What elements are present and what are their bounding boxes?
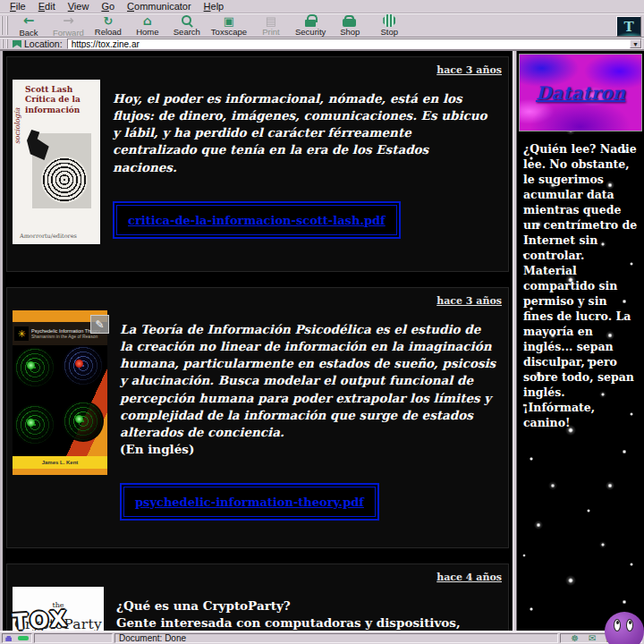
sidebar-frame: Datatron ¿Quién lee? Nadie lee. No obsta… — [517, 51, 644, 631]
post-paragraph: La Teoría de Información Psicodélica es … — [120, 321, 496, 441]
book-cover-psychedelic[interactable]: ✳ Psychedelic Information Theory Shamani… — [13, 310, 107, 475]
search-icon — [178, 14, 196, 27]
search-label: Search — [174, 27, 200, 37]
status-connection-icon — [18, 636, 29, 640]
url-dropdown-button[interactable]: ▼ — [630, 39, 641, 48]
timestamp-link[interactable]: hace 3 años — [436, 295, 502, 307]
page-content: hace 3 años Scott Lash Crítica de la inf… — [0, 50, 644, 631]
browser-brand-logo[interactable]: T — [616, 16, 641, 37]
location-grip[interactable] — [2, 39, 8, 48]
pdf-link-psychedelic[interactable]: psychedelic-information-theory.pdf — [135, 496, 364, 509]
location-bar: Location: ▼ — [0, 38, 644, 50]
print-button: Print — [251, 14, 291, 37]
hand-icon — [27, 130, 50, 160]
shop-bag-icon — [341, 14, 359, 27]
forward-button: Forward — [48, 14, 89, 37]
back-label: Back — [19, 28, 38, 38]
browser-chrome: File Edit View Go Communicator Help Back… — [0, 0, 644, 50]
url-input[interactable] — [68, 39, 630, 48]
toolbar-grip[interactable] — [1, 16, 8, 35]
timestamp-link[interactable]: hace 3 años — [436, 64, 502, 76]
menu-view[interactable]: View — [62, 1, 96, 12]
cover-author: Scott Lash — [25, 85, 96, 95]
toxscape-icon — [220, 14, 238, 27]
security-button[interactable]: Security — [291, 14, 330, 37]
cover-subtitle: Shamanism in the Age of Reason — [31, 334, 100, 339]
home-label: Home — [136, 27, 158, 37]
menu-edit[interactable]: Edit — [32, 1, 62, 12]
back-icon — [20, 14, 38, 28]
sphere-icon — [63, 345, 104, 386]
mailbox-icon[interactable]: ✉ — [589, 634, 596, 643]
status-message: Document: Done — [114, 633, 558, 643]
shop-label: Shop — [340, 27, 360, 37]
reload-label: Reload — [95, 27, 122, 37]
datatron-banner: Datatron — [519, 54, 642, 131]
post-psychedelic-information-theory: hace 3 años ✳ Psychedelic Information Th… — [6, 287, 509, 548]
creature-eye — [626, 619, 633, 631]
print-icon — [262, 14, 280, 27]
edit-icon[interactable]: ✎ — [90, 315, 109, 334]
cover-publisher: Amorrortu/editores — [20, 233, 77, 240]
status-bar: Document: Done ☸ ✉ ▦ ✎ — [0, 631, 644, 644]
shop-button[interactable]: Shop — [330, 14, 369, 37]
sphere-icon — [14, 404, 55, 445]
home-button[interactable]: Home — [128, 14, 167, 37]
creature-eye — [614, 619, 621, 631]
security-lock-icon — [301, 14, 319, 27]
pdf-link-box: psychedelic-information-theory.pdf — [120, 483, 379, 521]
sphere-icon — [14, 347, 55, 388]
cover-side-text: sociología — [13, 107, 21, 144]
security-label: Security — [295, 27, 326, 37]
menu-communicator[interactable]: Communicator — [121, 1, 198, 12]
post-cryptoparty-handbook: hace 4 años the CryptoParty handbook ¿Qu… — [6, 564, 509, 631]
post-language-note: (En inglés) — [120, 441, 496, 458]
toxscape-label: Toxscape — [211, 27, 247, 37]
bookmark-icon[interactable] — [13, 40, 21, 48]
back-button[interactable]: Back — [9, 14, 48, 37]
brand-letter: T — [623, 19, 633, 35]
post-critica-de-la-informacion: hace 3 años Scott Lash Crítica de la inf… — [6, 56, 509, 272]
reload-icon — [99, 14, 117, 27]
post-paragraph: Gente interesada con computadoras y disp… — [116, 614, 496, 631]
post-question: ¿Qué es una CryptoParty? — [116, 597, 496, 614]
navigation-toolbar: Back Forward Reload Home Search Toxscape… — [0, 13, 644, 38]
progress-bar — [34, 633, 113, 643]
timestamp-link[interactable]: hace 4 años — [436, 572, 502, 583]
menu-go[interactable]: Go — [95, 1, 121, 12]
spiral-icon — [41, 157, 88, 203]
tox-site-logo: TOX — [12, 606, 70, 635]
cover-title-line: información — [25, 106, 96, 115]
search-button[interactable]: Search — [167, 14, 207, 37]
wireframe-spheres-art — [13, 345, 107, 456]
post-paragraph: Hoy, el poder es informacional, nómade, … — [113, 90, 496, 176]
spiral-illustration — [32, 133, 91, 208]
navigator-icon[interactable]: ☸ — [571, 634, 579, 643]
reload-button[interactable]: Reload — [89, 14, 128, 37]
book-cover-critica[interactable]: Scott Lash Crítica de la información soc… — [13, 80, 100, 244]
status-lock-icon[interactable] — [5, 635, 12, 641]
menu-bar: File Edit View Go Communicator Help — [0, 0, 644, 13]
forward-label: Forward — [53, 28, 84, 38]
menu-file[interactable]: File — [4, 1, 32, 12]
cover-author: James L. Kent — [13, 456, 107, 469]
print-label: Print — [262, 27, 280, 37]
datatron-link[interactable]: Datatron — [536, 82, 625, 104]
toxscape-button[interactable]: Toxscape — [207, 14, 251, 37]
main-frame: hace 3 años Scott Lash Crítica de la inf… — [0, 51, 513, 631]
sidebar-text: ¿Quién lee? Nadie lee. No obstante, le s… — [517, 135, 644, 436]
purple-creature-mascot — [605, 612, 644, 644]
pdf-link-critica[interactable]: critica-de-la-informacion-scott-lash.pdf — [128, 214, 386, 227]
menu-help[interactable]: Help — [198, 1, 231, 12]
cover-title-line: Crítica de la — [25, 95, 96, 105]
asterisk-logo-icon: ✳ — [14, 326, 29, 341]
stop-label: Stop — [381, 27, 399, 37]
sphere-icon — [63, 401, 104, 442]
stop-icon — [383, 14, 395, 27]
stop-button[interactable]: Stop — [369, 14, 409, 37]
location-label: Location: — [24, 38, 63, 49]
pdf-link-box: critica-de-la-informacion-scott-lash.pdf — [113, 201, 401, 239]
forward-icon — [59, 14, 77, 28]
home-icon — [139, 14, 157, 27]
